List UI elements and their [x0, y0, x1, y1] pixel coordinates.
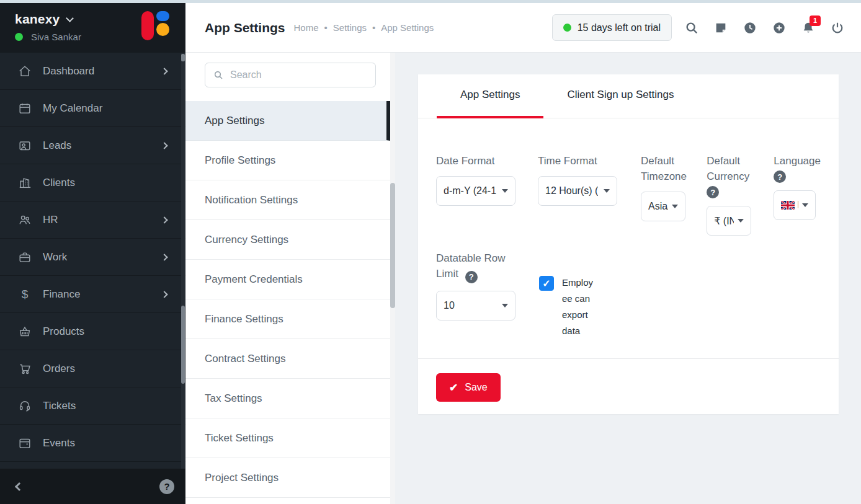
default-currency-label: Default Currency [707, 153, 757, 184]
employee-export-field: ✓ Employee can export data [539, 276, 594, 339]
settings-item-finance-settings[interactable]: Finance Settings [185, 299, 390, 339]
clock-icon[interactable] [743, 21, 757, 35]
sidebar-nav: Dashboard My Calendar Leads Clients HR [0, 53, 185, 469]
logo-blue-shape [156, 11, 169, 21]
app-settings-form: Date Format d-m-Y (24-1 Time Format 12 H… [418, 118, 839, 358]
chevron-right-icon [161, 254, 167, 260]
row-limit-select[interactable]: 10 [436, 291, 515, 321]
employee-export-checkbox[interactable]: ✓ [539, 276, 554, 291]
note-icon[interactable] [714, 21, 728, 35]
logo-red-shape [141, 11, 154, 40]
settings-tabs: App Settings Client Sign up Settings [418, 74, 839, 118]
breadcrumb: Home Settings App Settings [294, 22, 434, 33]
collapse-sidebar-button[interactable] [11, 479, 27, 495]
settings-panel-scrollbar-thumb[interactable] [390, 183, 395, 308]
settings-item-ticket-settings[interactable]: Ticket Settings [185, 418, 390, 458]
sidebar-item-clients[interactable]: Clients [0, 164, 185, 201]
chevron-right-icon [161, 142, 167, 149]
app-settings-card: App Settings Client Sign up Settings Dat… [418, 74, 839, 414]
building-icon [17, 175, 32, 190]
sidebar-item-hr[interactable]: HR [0, 201, 185, 239]
sidebar-scrollbar[interactable] [181, 53, 185, 469]
breadcrumb-home[interactable]: Home [294, 22, 319, 33]
sidebar-footer: ? [0, 469, 185, 504]
time-format-select[interactable]: 12 Hour(s) ( [538, 176, 617, 206]
sidebar-scrollbar-thumb[interactable] [181, 306, 185, 384]
caret-down-icon [604, 189, 610, 193]
sidebar-item-tickets[interactable]: Tickets [0, 387, 185, 425]
settings-search-input[interactable] [230, 69, 367, 81]
event-icon [17, 436, 32, 451]
home-icon [17, 64, 32, 79]
check-icon: ✓ [542, 278, 550, 290]
settings-item-tax-settings[interactable]: Tax Settings [185, 379, 390, 418]
trial-status-badge[interactable]: 15 days left on trial [552, 14, 672, 41]
settings-search [205, 63, 376, 87]
settings-item-currency-settings[interactable]: Currency Settings [185, 220, 390, 260]
help-icon[interactable]: ? [707, 186, 719, 198]
people-icon [17, 213, 32, 228]
sidebar-item-work[interactable]: Work [0, 239, 185, 276]
notification-count-badge: 1 [810, 15, 821, 26]
user-name: Siva Sankar [31, 32, 81, 42]
trial-green-dot [563, 24, 571, 32]
settings-item-project-settings[interactable]: Project Settings [185, 458, 390, 498]
uk-flag-icon [781, 201, 795, 210]
row-limit-label: Datatable Row Limit ? [436, 250, 513, 283]
settings-item-profile-settings[interactable]: Profile Settings [185, 141, 390, 180]
main-content: App Settings Client Sign up Settings Dat… [395, 53, 861, 504]
settings-menu-panel: App Settings Profile Settings Notificati… [185, 53, 395, 504]
caret-down-icon [672, 205, 678, 208]
page-title: App Settings [205, 20, 285, 35]
settings-item-app-settings[interactable]: App Settings [185, 101, 390, 141]
settings-item-notification-settings[interactable]: Notification Settings [185, 180, 390, 220]
sidebar-item-events[interactable]: Events [0, 425, 185, 462]
settings-menu: App Settings Profile Settings Notificati… [185, 101, 390, 498]
tab-app-settings[interactable]: App Settings [437, 74, 543, 118]
employee-export-label[interactable]: Employee can export data [562, 275, 594, 339]
sidebar-scroll-up[interactable] [181, 54, 185, 61]
breadcrumb-settings[interactable]: Settings [319, 22, 367, 33]
settings-item-contract-settings[interactable]: Contract Settings [185, 339, 390, 379]
sidebar-item-dashboard[interactable]: Dashboard [0, 53, 185, 90]
date-format-label: Date Format [436, 153, 515, 169]
help-icon[interactable]: ? [774, 170, 786, 183]
search-icon[interactable] [685, 21, 698, 35]
sidebar-item-products[interactable]: Products [0, 313, 185, 350]
power-icon[interactable] [831, 21, 844, 35]
sidebar-item-leads[interactable]: Leads [0, 127, 185, 164]
caret-down-icon [502, 304, 508, 307]
online-status-dot [15, 33, 23, 41]
language-select[interactable]: En [774, 190, 816, 220]
bell-icon[interactable]: 1 [801, 21, 815, 35]
dollar-icon: $ [17, 287, 32, 302]
sidebar-item-my-calendar[interactable]: My Calendar [0, 90, 185, 127]
caret-down-icon [738, 219, 744, 223]
help-icon[interactable]: ? [159, 479, 174, 494]
tab-client-signup-settings[interactable]: Client Sign up Settings [543, 74, 697, 118]
chevron-right-icon [161, 68, 167, 74]
settings-item-payment-credentials[interactable]: Payment Credentials [185, 260, 390, 299]
cart-icon [17, 361, 32, 376]
chevron-down-icon [66, 14, 74, 22]
add-icon[interactable] [772, 21, 786, 35]
help-icon[interactable]: ? [465, 271, 478, 283]
date-format-select[interactable]: d-m-Y (24-1 [436, 176, 515, 206]
save-button[interactable]: ✔ Save [436, 373, 501, 402]
brand-name: kanexy [15, 12, 60, 27]
trial-text: 15 days left on trial [578, 22, 661, 33]
breadcrumb-current: App Settings [367, 22, 434, 33]
logo-orange-shape [156, 23, 169, 36]
chevron-right-icon [161, 291, 167, 298]
basket-icon [17, 324, 32, 339]
time-format-label: Time Format [538, 153, 617, 169]
sidebar-item-finance[interactable]: $ Finance [0, 276, 185, 313]
default-timezone-select[interactable]: Asia/ [641, 192, 685, 221]
chevron-right-icon [161, 216, 167, 223]
main-sidebar: kanexy Siva Sankar Dashboard [0, 3, 185, 504]
default-timezone-label: Default Timezone [641, 153, 692, 184]
default-currency-select[interactable]: ₹ (IN [707, 206, 751, 236]
briefcase-icon [17, 250, 32, 265]
sidebar-item-orders[interactable]: Orders [0, 350, 185, 387]
search-icon [213, 70, 223, 80]
